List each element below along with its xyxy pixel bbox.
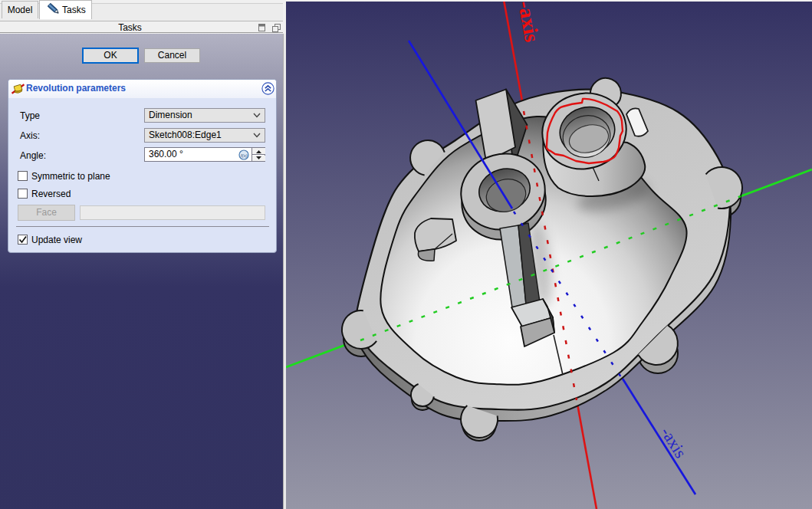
svg-text:f(x): f(x) bbox=[241, 153, 248, 158]
